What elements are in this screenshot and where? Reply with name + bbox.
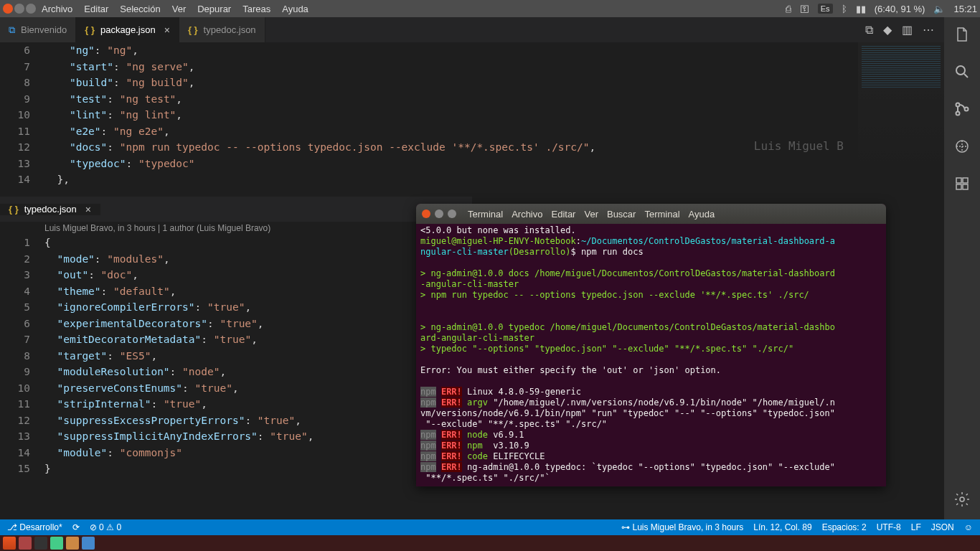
activity-bar: 1 [944, 17, 980, 519]
wifi-icon[interactable]: ⚿ [800, 4, 809, 14]
term-menu-buscar[interactable]: Buscar [607, 209, 636, 220]
ubuntu-dash-icon[interactable] [3, 537, 16, 550]
feedback-icon[interactable]: ☺ [964, 522, 973, 532]
explorer-icon[interactable] [953, 26, 971, 46]
launcher-item[interactable] [34, 537, 47, 550]
launcher-item[interactable] [66, 537, 79, 550]
tab-typedoc-json[interactable]: { } typedoc.json [179, 17, 265, 42]
tab-typedoc-json-2[interactable]: { } typedoc.json × [0, 204, 100, 215]
keyboard-layout-indicator[interactable]: Es [818, 4, 833, 14]
tab-label: Bienvenido [21, 24, 67, 35]
print-icon[interactable]: ⎙ [786, 4, 791, 14]
menu-editar[interactable]: Editar [84, 4, 108, 14]
menu-ver[interactable]: Ver [172, 4, 187, 14]
close-icon[interactable]: × [85, 204, 91, 215]
term-menu-editar[interactable]: Editar [551, 209, 575, 220]
menu-depurar[interactable]: Depurar [197, 4, 231, 14]
menu-ayuda[interactable]: Ayuda [282, 4, 308, 14]
menu-archivo[interactable]: Archivo [42, 4, 72, 14]
search-icon[interactable] [953, 63, 971, 83]
settings-gear-icon[interactable] [953, 491, 971, 511]
clock[interactable]: 15:21 [953, 4, 977, 14]
svg-rect-7 [956, 184, 961, 189]
problems[interactable]: ⊘ 0 ⚠ 0 [90, 522, 121, 532]
close-icon[interactable] [422, 209, 430, 218]
git-blame-inline: Luis Miguel B [754, 139, 844, 153]
terminal-menu-bar: TerminalArchivoEditarVerBuscarTerminalAy… [468, 209, 715, 220]
launcher-item[interactable] [50, 537, 63, 550]
indentation[interactable]: Espacios: 2 [822, 522, 867, 532]
term-menu-ver[interactable]: Ver [584, 209, 598, 220]
git-blame-status[interactable]: ⊶ Luis Miguel Bravo, in 3 hours [621, 522, 743, 532]
language-mode[interactable]: JSON [931, 522, 954, 532]
volume-icon[interactable]: 🔈 [933, 4, 945, 14]
cursor-position[interactable]: Lín. 12, Col. 89 [753, 522, 811, 532]
extensions-icon[interactable] [953, 175, 971, 195]
open-changes-icon[interactable]: ◆ [883, 23, 892, 37]
ubuntu-launcher [0, 535, 980, 551]
codelens-authors[interactable]: Luis Miguel Bravo, in 3 hours | 1 author… [0, 222, 472, 235]
eol[interactable]: LF [911, 522, 921, 532]
compare-icon[interactable]: ⧉ [865, 24, 873, 37]
line-numbers: 67891011121314 [0, 42, 44, 188]
svg-point-0 [956, 66, 965, 75]
tab-label: typedoc.json [204, 24, 256, 35]
tab-welcome[interactable]: ⧉ Bienvenido [0, 17, 76, 42]
battery-icon[interactable]: ▮▮ [856, 4, 866, 14]
maximize-window-icon[interactable] [26, 4, 36, 14]
app-menu-bar: ArchivoEditarSelecciónVerDepurarTareasAy… [42, 4, 308, 14]
code-content[interactable]: "ng": "ng", "start": "ng serve", "build"… [44, 42, 944, 188]
terminal-window[interactable]: TerminalArchivoEditarVerBuscarTerminalAy… [416, 204, 886, 486]
svg-rect-6 [963, 178, 968, 183]
svg-rect-8 [963, 184, 968, 189]
term-menu-terminal[interactable]: Terminal [468, 209, 503, 220]
more-icon[interactable]: ⋯ [923, 23, 934, 37]
source-control-icon[interactable]: 1 [953, 100, 971, 121]
menu-selección[interactable]: Selección [120, 4, 160, 14]
terminal-output[interactable]: <5.0.0 but none was installed. miguel@mi… [416, 224, 886, 486]
panel-indicators: ⎙ ⚿ Es ᛒ ▮▮ (6:40, 91 %) 🔈 15:21 [786, 4, 977, 14]
minimize-icon[interactable] [435, 209, 443, 218]
editor-typedoc-json: { } typedoc.json × ⋯ Luis Miguel Bravo, … [0, 197, 472, 521]
vscode-icon: ⧉ [9, 24, 15, 36]
line-numbers: 123456789101112131415 [0, 235, 44, 477]
code-content[interactable]: { "mode": "modules", "out": "doc", "them… [44, 235, 472, 477]
term-menu-ayuda[interactable]: Ayuda [689, 209, 715, 220]
tab-label: typedoc.json [24, 204, 77, 215]
window-controls [3, 4, 36, 14]
close-window-icon[interactable] [3, 4, 13, 14]
status-bar: ⎇ Desarrollo* ⟳ ⊘ 0 ⚠ 0 ⊶ Luis Miguel Br… [0, 519, 980, 535]
split-editor-icon[interactable]: ▥ [902, 23, 913, 37]
term-menu-terminal[interactable]: Terminal [644, 209, 679, 220]
editor-tab-bar: ⧉ Bienvenido { } package.json × { } type… [0, 17, 944, 42]
launcher-item[interactable] [82, 537, 95, 550]
git-branch[interactable]: ⎇ Desarrollo* [7, 522, 62, 532]
svg-point-1 [956, 103, 960, 107]
tab-label: package.json [100, 24, 156, 35]
tab-package-json[interactable]: { } package.json × [76, 17, 179, 42]
svg-rect-5 [956, 178, 961, 183]
svg-point-3 [965, 108, 969, 111]
sync-icon[interactable]: ⟳ [72, 522, 80, 532]
terminal-window-controls [422, 209, 456, 218]
minimize-window-icon[interactable] [14, 4, 24, 14]
editor-tab-bar-2: { } typedoc.json × ⋯ [0, 197, 472, 222]
json-icon: { } [9, 204, 19, 215]
encoding[interactable]: UTF-8 [877, 522, 901, 532]
json-icon: { } [85, 24, 95, 35]
svg-point-9 [960, 497, 964, 501]
svg-point-2 [956, 112, 960, 116]
launcher-item[interactable] [19, 537, 32, 550]
term-menu-archivo[interactable]: Archivo [512, 209, 542, 220]
menu-tareas[interactable]: Tareas [242, 4, 270, 14]
json-icon: { } [188, 24, 198, 35]
bluetooth-icon[interactable]: ᛒ [842, 4, 847, 14]
maximize-icon[interactable] [448, 209, 456, 218]
debug-icon[interactable] [953, 138, 971, 158]
editor-actions: ⧉ ◆ ▥ ⋯ [865, 17, 944, 42]
editor-package-json: 67891011121314 "ng": "ng", "start": "ng … [0, 42, 944, 197]
ubuntu-panel: ArchivoEditarSelecciónVerDepurarTareasAy… [0, 0, 980, 17]
terminal-titlebar[interactable]: TerminalArchivoEditarVerBuscarTerminalAy… [416, 204, 886, 224]
minimap[interactable] [858, 42, 944, 186]
close-icon[interactable]: × [164, 24, 170, 36]
